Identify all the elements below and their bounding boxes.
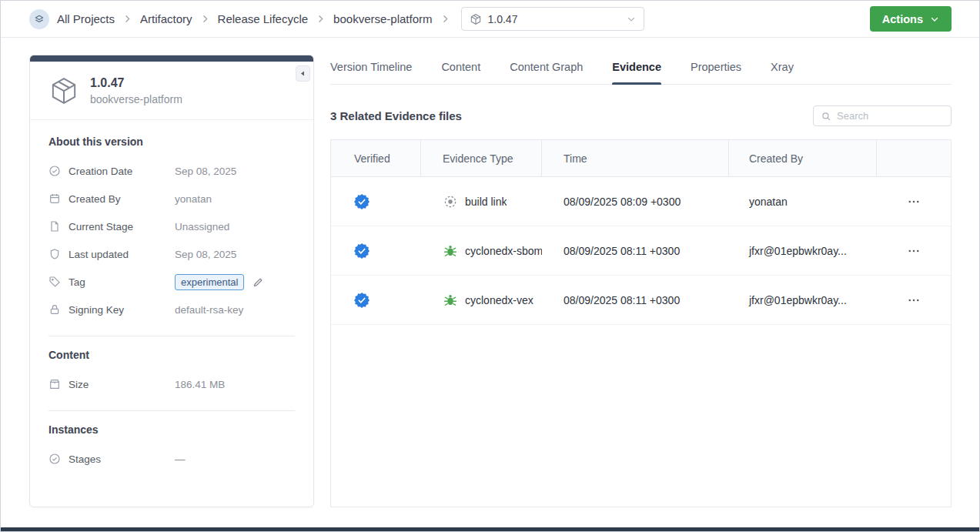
column-header-time: Time: [542, 140, 729, 176]
field-stages: Stages —: [48, 445, 295, 473]
edit-tag-button[interactable]: [253, 276, 264, 288]
column-header-verified: Verified: [331, 140, 421, 176]
search-input[interactable]: [837, 110, 944, 122]
actions-button-label: Actions: [882, 13, 923, 25]
evidence-header: 3 Related Evidence files: [330, 105, 952, 126]
column-header-actions: [877, 140, 951, 176]
tab-version-timeline[interactable]: Version Timeline: [330, 61, 412, 84]
chevron-right-icon: [122, 14, 132, 24]
field-value: default-rsa-key: [175, 304, 295, 316]
verified-cell: [331, 293, 421, 308]
tab-evidence[interactable]: Evidence: [612, 61, 661, 84]
time-cell: 08/09/2025 08:11 +0300: [542, 245, 729, 257]
chevron-right-icon: [440, 14, 450, 24]
field-label: Size: [69, 379, 175, 390]
document-icon: [48, 220, 61, 233]
package-icon: [48, 75, 79, 106]
breadcrumb-item-release-lifecycle[interactable]: Release Lifecycle: [218, 12, 309, 25]
breadcrumb-item-all-projects[interactable]: All Projects: [57, 12, 115, 25]
row-actions-cell: [877, 289, 951, 312]
breadcrumb-item-artifactory[interactable]: Artifactory: [140, 12, 192, 25]
field-tag: Tag experimental: [48, 268, 295, 296]
version-card-body: About this version Creation Date Sep 08,…: [30, 120, 313, 473]
time-cell: 08/09/2025 08:09 +0300: [542, 196, 729, 208]
field-label: Tag: [69, 276, 175, 288]
evidence-type-label: cyclonedx-vex: [465, 294, 533, 306]
tab-xray[interactable]: Xray: [771, 61, 794, 84]
evidence-type-cell: cyclonedx-vex: [421, 293, 542, 308]
field-label: Signing Key: [69, 304, 175, 316]
created-by-cell: yonatan: [729, 196, 877, 208]
created-by-cell: jfxr@01epbwkr0ay...: [729, 245, 877, 257]
tab-properties[interactable]: Properties: [691, 61, 741, 84]
ellipsis-icon: [907, 195, 921, 209]
search-icon: [821, 111, 831, 122]
pencil-icon: [253, 276, 264, 288]
breadcrumb-item-bookverse-platform[interactable]: bookverse-platform: [333, 12, 432, 25]
row-actions-menu-button[interactable]: [902, 289, 925, 312]
calendar-icon: [48, 192, 61, 205]
evidence-type-label: build link: [465, 196, 507, 208]
shield-icon: [48, 248, 61, 260]
ellipsis-icon: [907, 244, 921, 258]
chevron-down-icon: [627, 15, 636, 24]
tag-value-wrap: experimental: [175, 274, 295, 290]
field-last-updated: Last updated Sep 08, 2025: [48, 240, 295, 268]
app-window: All Projects Artifactory Release Lifecyc…: [0, 0, 980, 532]
package-name: bookverse-platform: [90, 93, 182, 105]
evidence-type-cell: build link: [421, 194, 542, 209]
version-selector[interactable]: 1.0.47: [461, 7, 644, 31]
ellipsis-icon: [907, 293, 921, 307]
tab-bar: Version Timeline Content Content Graph E…: [330, 55, 952, 85]
package-icon: [470, 13, 482, 25]
field-current-stage: Current Stage Unassigned: [48, 212, 295, 240]
lock-icon: [48, 303, 61, 316]
bottom-bar: [1, 527, 979, 531]
field-value: 186.41 MB: [175, 379, 295, 390]
section-title-about: About this version: [48, 136, 295, 148]
main-panel: Version Timeline Content Content Graph E…: [330, 55, 952, 507]
row-actions-menu-button[interactable]: [902, 239, 925, 263]
actions-button[interactable]: Actions: [870, 6, 952, 32]
version-card-header: 1.0.47 bookverse-platform: [30, 62, 313, 120]
row-actions-menu-button[interactable]: [902, 190, 925, 213]
divider: [48, 410, 295, 411]
cyclonedx-icon: [443, 243, 458, 259]
evidence-heading: 3 Related Evidence files: [330, 109, 462, 122]
chevron-right-icon: [316, 14, 326, 24]
check-circle-icon: [48, 165, 61, 177]
field-value: yonatan: [175, 193, 295, 205]
build-icon: [443, 194, 458, 209]
projects-icon: [29, 9, 49, 29]
tab-content[interactable]: Content: [441, 61, 480, 84]
created-by-cell: jfxr@01epbwkr0ay...: [729, 294, 877, 306]
search-box: [813, 105, 952, 126]
field-value: Sep 08, 2025: [175, 166, 295, 177]
field-value: Sep 08, 2025: [175, 249, 295, 260]
verified-badge-icon: [354, 243, 370, 259]
package-icon: [48, 378, 61, 390]
version-selector-value: 1.0.47: [488, 13, 620, 25]
version-details-card: 1.0.47 bookverse-platform About this ver…: [29, 55, 314, 507]
divider: [48, 336, 295, 336]
chevron-right-icon: [200, 14, 210, 24]
evidence-type-label: cyclonedx-sbom: [465, 245, 542, 257]
field-created-by: Created By yonatan: [48, 185, 295, 212]
field-signing-key: Signing Key default-rsa-key: [48, 296, 295, 323]
verified-badge-icon: [354, 194, 370, 209]
card-top-strip: [30, 55, 313, 62]
collapse-panel-button[interactable]: [296, 65, 310, 82]
verified-badge-icon: [354, 293, 370, 308]
field-label: Creation Date: [69, 166, 175, 177]
field-label: Last updated: [69, 249, 175, 260]
row-actions-cell: [877, 190, 951, 213]
table-row[interactable]: build link 08/09/2025 08:09 +0300 yonata…: [331, 177, 951, 226]
table-row[interactable]: cyclonedx-sbom 08/09/2025 08:11 +0300 jf…: [331, 226, 951, 276]
field-label: Stages: [69, 453, 175, 465]
row-actions-cell: [877, 239, 951, 263]
section-title-content: Content: [48, 349, 295, 361]
table-row[interactable]: cyclonedx-vex 08/09/2025 08:11 +0300 jfx…: [331, 276, 951, 325]
tab-content-graph[interactable]: Content Graph: [510, 61, 583, 84]
triangle-left-icon: [299, 70, 306, 77]
time-cell: 08/09/2025 08:11 +0300: [542, 294, 729, 306]
